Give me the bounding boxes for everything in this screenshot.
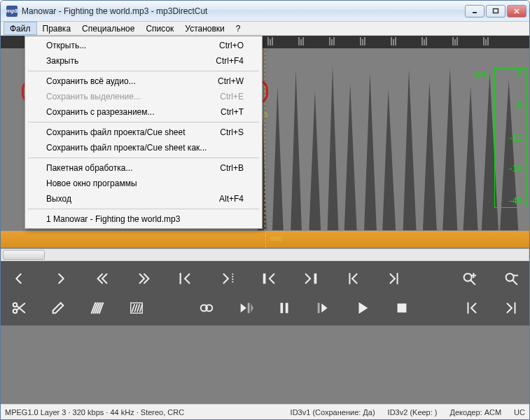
maximize-button[interactable] xyxy=(486,5,505,18)
menu-item-8[interactable]: Сохранить файл проекта/Cue sheet как... xyxy=(27,140,260,155)
play-edit-button[interactable] xyxy=(233,298,258,318)
timeline-marker-label: 0'05 xyxy=(270,235,282,242)
zoom-in-button[interactable] xyxy=(456,268,482,289)
menu-settings[interactable]: Установки xyxy=(179,22,230,35)
svg-marker-57 xyxy=(322,304,328,313)
mark-prev-button[interactable] xyxy=(459,298,484,318)
menu-item-0[interactable]: Открыть...Ctrl+O xyxy=(27,38,260,53)
pause-button[interactable] xyxy=(272,298,297,318)
menu-item-label: Сохранить выделение... xyxy=(46,92,141,102)
zoom-in-icon xyxy=(460,271,478,286)
bar-left-button[interactable] xyxy=(340,268,365,289)
svg-rect-55 xyxy=(286,303,288,314)
play-icon xyxy=(314,300,333,316)
menu-item-shortcut: Ctrl+W xyxy=(218,76,244,86)
menu-item-1[interactable]: ЗакрытьCtrl+F4 xyxy=(27,53,260,69)
menu-item-shortcut: Ctrl+S xyxy=(220,127,244,137)
menu-item-shortcut: Ctrl+B xyxy=(220,163,244,173)
svg-point-41 xyxy=(506,274,514,281)
stop-icon xyxy=(393,300,411,316)
menu-item-label: Выход xyxy=(46,194,71,204)
menu-special[interactable]: Специальное xyxy=(76,22,140,35)
svg-rect-56 xyxy=(318,303,320,314)
menu-item-12[interactable]: ВыходAlt+F4 xyxy=(27,191,260,206)
zoom-out-icon xyxy=(502,271,520,286)
menu-item-shortcut: Alt+F4 xyxy=(219,194,244,204)
svg-line-42 xyxy=(513,281,517,285)
svg-marker-58 xyxy=(359,302,368,314)
skip-in-icon xyxy=(176,271,195,286)
horizontal-scrollbar[interactable] xyxy=(1,248,529,261)
double-right-button[interactable] xyxy=(132,268,157,289)
menu-item-label: Сохранить файл проекта/Cue sheet xyxy=(46,127,186,137)
menu-item-7[interactable]: Сохранить файл проекта/Cue sheetCtrl+S xyxy=(27,125,260,140)
menu-item-5[interactable]: Сохранить с разрезанием...Ctrl+T xyxy=(27,104,260,120)
menu-item-4[interactable]: Сохранить выделение...Ctrl+E xyxy=(27,89,260,104)
cut-icon xyxy=(10,300,28,316)
stop-button[interactable] xyxy=(389,298,414,318)
menu-item-shortcut: Ctrl+F4 xyxy=(216,56,244,66)
file-menu-dropdown: Открыть...Ctrl+OЗакрытьCtrl+F4Сохранить … xyxy=(25,36,263,229)
menu-item-3[interactable]: Сохранить всё аудио...Ctrl+W xyxy=(27,74,260,89)
menu-item-11[interactable]: Новое окно программы xyxy=(27,176,260,191)
chevron-right-icon xyxy=(52,271,70,286)
cut-button[interactable] xyxy=(6,298,32,318)
bar-left-icon xyxy=(344,271,362,286)
svg-rect-59 xyxy=(398,304,407,313)
play-button[interactable] xyxy=(311,298,336,318)
svg-rect-52 xyxy=(247,303,249,314)
svg-rect-34 xyxy=(314,274,317,284)
bar-right-button[interactable] xyxy=(382,268,407,289)
menu-list[interactable]: Список xyxy=(140,22,179,35)
skip-out-button[interactable] xyxy=(215,268,240,289)
play-edit-icon xyxy=(237,300,255,316)
mark-prev-icon xyxy=(463,300,481,316)
stripes-b-button[interactable] xyxy=(124,298,149,318)
menu-item-label: Открыть... xyxy=(46,41,86,50)
scrollbar-thumb[interactable] xyxy=(3,250,45,260)
loop-button[interactable] xyxy=(194,298,219,318)
menubar: Файл Правка Специальное Список Установки… xyxy=(1,22,529,36)
pause-icon xyxy=(275,300,293,316)
stripes-b-icon xyxy=(127,300,146,316)
mark-next-icon xyxy=(502,300,520,316)
bar-right-icon xyxy=(385,271,403,286)
skip-cut-out-button[interactable] xyxy=(298,268,323,289)
stripes-a-icon xyxy=(88,300,106,316)
chevron-left-button[interactable] xyxy=(6,268,32,289)
svg-rect-33 xyxy=(263,274,266,284)
zoom-out-button[interactable] xyxy=(498,268,524,289)
double-left-button[interactable] xyxy=(90,268,115,289)
status-codec: MPEG1.0 Layer 3 · 320 kbps · 44 kHz · St… xyxy=(5,408,184,416)
skip-cut-in-icon xyxy=(260,271,278,286)
window-controls xyxy=(465,5,526,18)
menu-file[interactable]: Файл xyxy=(4,22,37,35)
big-play-button[interactable] xyxy=(350,298,375,318)
double-right-icon xyxy=(135,271,153,286)
timeline[interactable]: 0'05 xyxy=(1,230,529,248)
svg-rect-1 xyxy=(494,8,498,13)
menu-item-10[interactable]: Пакетная обработка...Ctrl+B xyxy=(27,160,260,176)
menu-item-14[interactable]: 1 Manowar - Fighting the world.mp3 xyxy=(27,211,260,227)
big-play-icon xyxy=(354,300,372,316)
menu-item-label: Сохранить с разрезанием... xyxy=(46,107,155,117)
svg-marker-51 xyxy=(240,304,246,313)
menu-edit[interactable]: Правка xyxy=(37,22,77,35)
chevron-right-button[interactable] xyxy=(48,268,74,289)
stripes-a-button[interactable] xyxy=(85,298,110,318)
svg-point-37 xyxy=(464,274,472,281)
window-title: Manowar - Fighting the world.mp3 - mp3Di… xyxy=(22,6,465,16)
edit-button[interactable] xyxy=(46,298,71,318)
double-left-icon xyxy=(93,271,111,286)
titlebar[interactable]: mp3 Manowar - Fighting the world.mp3 - m… xyxy=(1,1,529,22)
mark-next-button[interactable] xyxy=(498,298,524,318)
skip-cut-in-button[interactable] xyxy=(256,268,281,289)
menu-help[interactable]: ? xyxy=(230,22,246,35)
skip-cut-out-icon xyxy=(302,271,320,286)
close-button[interactable] xyxy=(507,5,526,18)
status-decoder: Декодер: ACM xyxy=(450,408,502,416)
skip-in-button[interactable] xyxy=(173,268,198,289)
status-id3v2: ID3v2 (Keep: ) xyxy=(388,408,438,416)
minimize-button[interactable] xyxy=(465,5,484,18)
status-id3v1: ID3v1 (Сохранение: Да) xyxy=(291,408,375,416)
